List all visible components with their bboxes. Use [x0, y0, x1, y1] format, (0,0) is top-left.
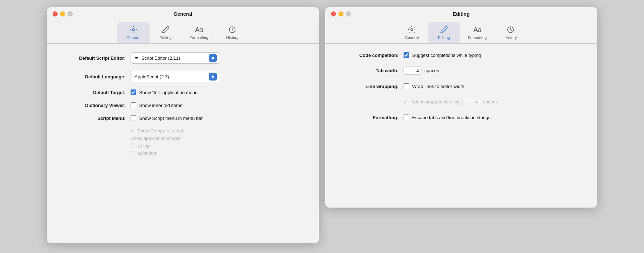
select-script-editor[interactable]: ✒ Script Editor (2.11)	[131, 52, 220, 64]
window-title-left: General	[174, 11, 192, 17]
window-editing: Editing General Editing Aa	[325, 7, 597, 208]
aa-icon-left: Aa	[194, 25, 204, 34]
minimize-button-left[interactable]	[60, 11, 65, 16]
checkmark-computer-scripts: ✓	[131, 128, 135, 133]
pencil-icon-right	[439, 25, 449, 34]
aa-icon-right: Aa	[473, 25, 482, 34]
tab-label-general-left: General	[126, 35, 140, 40]
tab-formatting-left[interactable]: Aa Formatting	[182, 22, 216, 43]
tab-label-editing-right: Editing	[438, 35, 450, 40]
row-default-target: Default Target: Show “tell” application …	[58, 89, 308, 95]
clock-icon-left	[228, 25, 237, 34]
content-right: Code completion: Suggest completions whi…	[325, 44, 597, 208]
label-indent-wrapped: Indent wrapped lines by	[410, 99, 459, 104]
label-dictionary-viewer: Dictionary Viewer:	[58, 103, 126, 108]
checkbox-script-menu-input[interactable]	[131, 115, 136, 121]
label-line-wrapping: Line wrapping:	[336, 84, 399, 89]
checkbox-script-menu-label: Show Script menu in menu bar	[139, 116, 203, 121]
tab-general-left[interactable]: General	[117, 22, 150, 43]
checkbox-code-completion-label: Suggest completions while typing	[412, 53, 481, 58]
label-show-app-scripts: Show application scripts:	[131, 136, 182, 141]
tab-bar-left: General Editing Aa Formatting	[47, 19, 319, 43]
row-code-completion: Code completion: Suggest completions whi…	[336, 52, 586, 58]
radio-at-bottom[interactable]	[131, 151, 135, 155]
clock-icon-right	[506, 25, 515, 34]
input-indent-wrapped[interactable]	[462, 98, 480, 106]
tab-label-general-right: General	[405, 35, 419, 40]
tab-label-history-right: History	[504, 35, 517, 40]
svg-point-2	[411, 29, 413, 31]
checkbox-formatting-input[interactable]	[404, 115, 409, 120]
tab-history-right[interactable]: History	[494, 22, 527, 43]
checkbox-line-wrapping-label: Wrap lines to editor width	[412, 84, 464, 89]
select-script-editor-arrow[interactable]	[209, 54, 217, 62]
checkbox-default-target: Show “tell” application menu	[131, 89, 197, 95]
checkbox-formatting-label: Escape tabs and line breaks in strings	[412, 115, 491, 120]
row-at-bottom: at bottom	[131, 150, 308, 156]
select-script-editor-text: ✒ Script Editor (2.11)	[135, 55, 180, 61]
row-default-script-editor: Default Script Editor: ✒ Script Editor (…	[58, 52, 308, 64]
zoom-button-right[interactable]	[346, 11, 351, 16]
select-language-arrow[interactable]	[209, 73, 217, 81]
checkbox-line-wrapping-input[interactable]	[404, 83, 409, 89]
close-button-left[interactable]	[53, 11, 58, 16]
title-bar-right: Editing	[325, 7, 597, 19]
select-language-text: AppleScript (2.7)	[135, 74, 169, 79]
label-indent-wrapped-unit: spaces	[483, 99, 498, 104]
tab-label-editing-left: Editing	[160, 35, 172, 40]
tab-general-right[interactable]: General	[396, 22, 428, 43]
row-indent-wrapped: ✓ Indent wrapped lines by spaces	[404, 98, 586, 106]
label-default-language: Default Language:	[58, 74, 126, 79]
pencil-icon-left	[161, 25, 170, 34]
input-tab-width[interactable]	[404, 67, 421, 75]
window-general: General General Editing Aa	[47, 7, 319, 243]
checkbox-default-target-label: Show “tell” application menu	[139, 90, 197, 95]
checkbox-script-menu: Show Script menu in menu bar	[131, 115, 203, 121]
tab-history-left[interactable]: History	[216, 22, 248, 43]
checkbox-dictionary-viewer-input[interactable]	[131, 102, 136, 108]
label-default-target: Default Target:	[58, 90, 126, 95]
label-at-top: at top	[138, 143, 150, 149]
traffic-lights-left	[53, 11, 73, 16]
checkbox-code-completion-input[interactable]	[404, 52, 409, 58]
tab-editing-right[interactable]: Editing	[428, 22, 460, 43]
traffic-lights-right	[331, 11, 351, 16]
row-show-computer-scripts: ✓ Show Computer scripts	[131, 128, 308, 133]
gear-icon-left	[129, 25, 138, 34]
checkbox-line-wrapping: Wrap lines to editor width	[404, 83, 464, 89]
label-show-computer-scripts: Show Computer scripts	[137, 128, 185, 133]
radio-at-top[interactable]	[131, 143, 135, 148]
row-formatting: Formatting: Escape tabs and line breaks …	[336, 115, 586, 120]
zoom-button-left[interactable]	[68, 11, 73, 16]
title-bar-left: General	[47, 7, 319, 19]
checkbox-code-completion: Suggest completions while typing	[404, 52, 481, 58]
checkmark-indent-wrapped: ✓	[404, 99, 408, 104]
content-left: Default Script Editor: ✒ Script Editor (…	[47, 44, 319, 243]
minimize-button-right[interactable]	[338, 11, 343, 16]
row-script-menu: Script Menu: Show Script menu in menu ba…	[58, 115, 308, 121]
checkbox-dictionary-viewer: Show inherited items	[131, 102, 182, 108]
select-language[interactable]: AppleScript (2.7)	[131, 71, 220, 82]
tab-label-history-left: History	[226, 35, 238, 40]
row-at-top: at top	[131, 143, 308, 149]
checkbox-default-target-input[interactable]	[131, 89, 136, 95]
tab-label-formatting-left: Formatting	[190, 35, 209, 40]
gear-icon-right	[407, 25, 416, 34]
window-title-right: Editing	[453, 11, 469, 17]
row-show-app-scripts: Show application scripts:	[131, 136, 308, 141]
label-script-menu: Script Menu:	[58, 116, 126, 121]
tab-label-formatting-right: Formatting	[468, 35, 487, 40]
label-code-completion: Code completion:	[336, 53, 399, 58]
label-tab-width: Tab width:	[336, 68, 399, 73]
row-line-wrapping: Line wrapping: Wrap lines to editor widt…	[336, 83, 586, 89]
label-tab-width-unit: spaces	[424, 68, 439, 73]
row-default-language: Default Language: AppleScript (2.7)	[58, 71, 308, 82]
tab-editing-left[interactable]: Editing	[150, 22, 182, 43]
close-button-right[interactable]	[331, 11, 336, 16]
label-at-bottom: at bottom	[138, 150, 157, 156]
label-formatting: Formatting:	[336, 115, 399, 120]
svg-point-0	[132, 29, 135, 31]
checkbox-dictionary-viewer-label: Show inherited items	[139, 103, 182, 108]
tab-bar-right: General Editing Aa Formatting	[325, 19, 597, 43]
tab-formatting-right[interactable]: Aa Formatting	[460, 22, 495, 43]
